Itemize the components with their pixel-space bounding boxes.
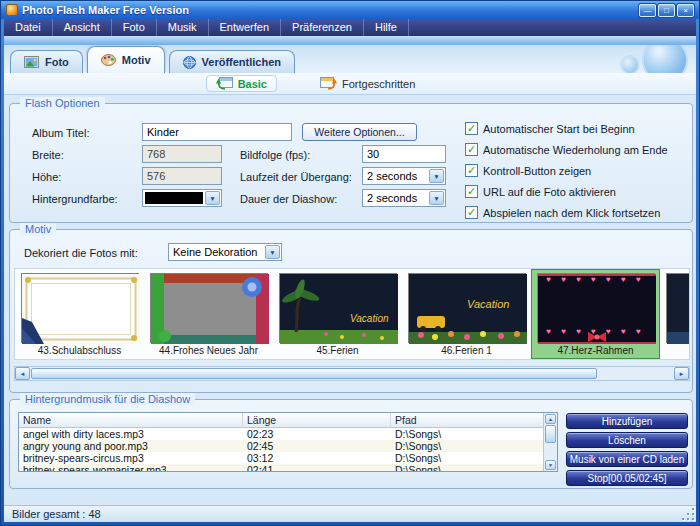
client-area: Datei Ansicht Foto Musik Entwerfen Präfe…: [4, 19, 696, 522]
height-input: 576: [142, 167, 222, 185]
resize-grip[interactable]: [681, 507, 694, 520]
decoration-value: Keine Dekoration: [173, 246, 257, 259]
background-color-select[interactable]: ▼: [142, 189, 222, 207]
maximize-button[interactable]: □: [658, 4, 675, 17]
menu-ansicht[interactable]: Ansicht: [53, 19, 112, 36]
table-row[interactable]: angry young and poor.mp3 02:45 D:\Songs\: [19, 440, 557, 452]
tab-foto[interactable]: Foto: [10, 50, 83, 73]
stop-playback-button[interactable]: Stop[00.05/02:45]: [566, 470, 688, 486]
theme-thumbnail-partial[interactable]: [660, 269, 690, 359]
subtab-fortgeschritten[interactable]: Fortgeschritten: [311, 76, 424, 91]
decorative-band: [4, 36, 696, 45]
app-window: Photo Flash Maker Free Version — □ × Dat…: [0, 0, 700, 526]
window-controls: — □ ×: [639, 4, 694, 17]
theme-thumbnail-45[interactable]: Vacation 45.Ferien: [273, 269, 402, 359]
scroll-up-icon[interactable]: ▲: [545, 414, 556, 424]
theme-thumbnail-43[interactable]: 43.Schulabschluss: [15, 269, 144, 359]
scrollbar-thumb[interactable]: [31, 368, 597, 379]
checkbox-box[interactable]: ✓: [465, 206, 478, 219]
close-button[interactable]: ×: [677, 4, 694, 17]
menu-musik[interactable]: Musik: [157, 19, 209, 36]
duration-select[interactable]: 2 seconds ▼: [362, 189, 446, 207]
theme-thumbnail-47-selected[interactable]: ♥ ♥ ♥ ♥ ♥ ♥ ♥ ♥ ♥ ♥ ♥ ♥ ♥ ♥ 47.Herz-Rahm…: [531, 269, 660, 359]
thumbnail-scrollbar[interactable]: ◄ ►: [14, 366, 690, 381]
checkbox-autostart[interactable]: ✓ Automatischer Start bei Beginn: [465, 122, 635, 135]
checkbox-control-button[interactable]: ✓ Kontroll-Button zeigen: [465, 164, 591, 177]
scroll-left-icon[interactable]: ◄: [15, 367, 30, 380]
delete-music-button[interactable]: Löschen: [566, 432, 688, 448]
theme-preview-neues-jahr: [150, 273, 268, 343]
tab-motiv[interactable]: Motiv: [87, 46, 165, 73]
menu-foto[interactable]: Foto: [112, 19, 157, 36]
menu-datei[interactable]: Datei: [4, 19, 53, 36]
decor-circle: [642, 45, 688, 73]
scrollbar-thumb[interactable]: [545, 425, 556, 443]
checkbox-label: Kontroll-Button zeigen: [483, 165, 591, 177]
theme-label: 43.Schulabschluss: [15, 345, 144, 356]
fps-label: Bildfolge (fps):: [240, 149, 310, 161]
subtab-label: Basic: [238, 78, 267, 90]
checkbox-loop[interactable]: ✓ Automatische Wiederholung am Ende: [465, 143, 668, 156]
subtab-basic[interactable]: Basic: [206, 75, 277, 92]
fps-input[interactable]: 30: [362, 145, 446, 163]
table-row[interactable]: britney-spears-womanizer.mp3 02:41 D:\So…: [19, 464, 557, 472]
table-row[interactable]: angel with dirty laces.mp3 02:23 D:\Song…: [19, 428, 557, 440]
music-table-scrollbar[interactable]: ▲ ▼: [543, 413, 557, 471]
tab-label: Veröffentlichen: [202, 56, 281, 68]
song-length: 03:12: [243, 452, 391, 464]
song-length: 02:45: [243, 440, 391, 452]
menu-hilfe[interactable]: Hilfe: [364, 19, 409, 36]
tab-label: Foto: [45, 56, 69, 68]
checkbox-box[interactable]: ✓: [465, 122, 478, 135]
color-swatch-black: [145, 192, 203, 204]
table-row[interactable]: britney-spears-circus.mp3 03:12 D:\Songs…: [19, 452, 557, 464]
check-icon: ✓: [467, 186, 476, 196]
music-table: Name Länge Pfad angel with dirty laces.m…: [18, 412, 558, 472]
decoration-select[interactable]: Keine Dekoration ▼: [168, 243, 282, 261]
theme-thumbnail-46[interactable]: Vacation 46.Ferien 1: [402, 269, 531, 359]
tab-veroeffentlichen[interactable]: Veröffentlichen: [169, 50, 295, 73]
column-header-length[interactable]: Länge: [243, 413, 391, 428]
song-path: D:\Songs\: [391, 452, 557, 464]
decor-circle-small: [620, 55, 640, 73]
checkbox-label: Automatische Wiederholung am Ende: [483, 144, 668, 156]
theme-label: 46.Ferien 1: [402, 345, 531, 356]
checkbox-resume-click[interactable]: ✓ Abspielen nach dem Klick fortsetzen: [465, 206, 660, 219]
scroll-right-icon[interactable]: ►: [674, 367, 689, 380]
theme-thumbnail-44[interactable]: 44.Frohes Neues Jahr: [144, 269, 273, 359]
decorate-label: Dekoriert die Fotos mit:: [24, 247, 138, 259]
column-header-path[interactable]: Pfad: [391, 413, 557, 428]
add-music-button[interactable]: Hinzufügen: [566, 413, 688, 429]
width-input: 768: [142, 145, 222, 163]
motiv-title: Motiv: [20, 223, 56, 236]
theme-label: 47.Herz-Rahmen: [531, 345, 660, 356]
chevron-down-icon[interactable]: ▼: [429, 191, 444, 205]
checkbox-box[interactable]: ✓: [465, 185, 478, 198]
song-name: angry young and poor.mp3: [19, 440, 243, 452]
checkbox-box[interactable]: ✓: [465, 143, 478, 156]
menu-praeferenzen[interactable]: Präferenzen: [281, 19, 364, 36]
theme-preview-ferien-1: Vacation: [408, 273, 526, 343]
chevron-down-icon[interactable]: ▼: [205, 191, 220, 205]
checkbox-url[interactable]: ✓ URL auf die Foto aktivieren: [465, 185, 616, 198]
height-label: Höhe:: [32, 171, 61, 183]
menu-entwerfen[interactable]: Entwerfen: [209, 19, 282, 36]
flash-options-title: Flash Optionen: [20, 97, 105, 110]
checkbox-label: URL auf die Foto aktivieren: [483, 186, 616, 198]
transition-label: Laufzeit der Übergang:: [240, 171, 352, 183]
transition-select[interactable]: 2 seconds ▼: [362, 167, 446, 185]
load-cd-music-button[interactable]: Musik von einer CD laden: [566, 451, 688, 467]
hearts-border-top: ♥ ♥ ♥ ♥ ♥ ♥ ♥: [538, 276, 654, 284]
minimize-button[interactable]: —: [639, 4, 656, 17]
chevron-down-icon[interactable]: ▼: [265, 245, 280, 259]
checkbox-box[interactable]: ✓: [465, 164, 478, 177]
scroll-down-icon[interactable]: ▼: [545, 460, 556, 470]
column-header-name[interactable]: Name: [19, 413, 243, 428]
chevron-down-icon[interactable]: ▼: [429, 169, 444, 183]
theme-label: 45.Ferien: [273, 345, 402, 356]
main-tab-strip: Foto Motiv Veröffentlichen: [4, 45, 696, 73]
more-options-button[interactable]: Weitere Optionen...: [302, 123, 417, 141]
album-title-input[interactable]: Kinder: [142, 123, 292, 141]
song-length: 02:23: [243, 428, 391, 440]
subtab-label: Fortgeschritten: [342, 78, 415, 90]
